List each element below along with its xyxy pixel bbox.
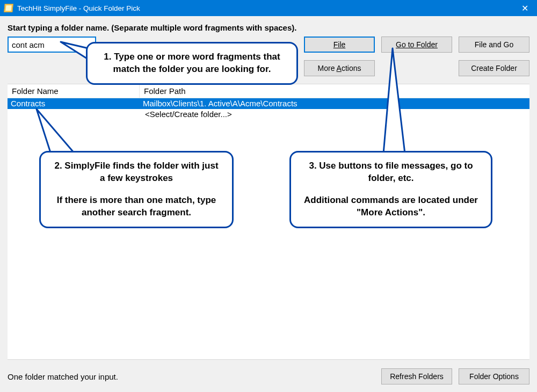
callout-1-text: 1. Type one or more word fragments that … [98, 51, 286, 76]
callout-2a-text: 2. SimplyFile finds the folder with just… [52, 160, 221, 185]
content-area: Start typing a folder name. (Separate mu… [0, 16, 537, 392]
titlebar: TechHit SimplyFile - Quick Folder Pick ✕ [0, 0, 537, 16]
app-icon [4, 4, 13, 12]
callout-1: 1. Type one or more word fragments that … [86, 42, 298, 85]
callout-2b-text: If there is more than one match, type an… [52, 194, 221, 219]
app-window: TechHit SimplyFile - Quick Folder Pick ✕… [0, 0, 537, 392]
callout-2: 2. SimplyFile finds the folder with just… [39, 151, 234, 228]
svg-marker-2 [37, 109, 75, 154]
callout-3a-text: 3. Use buttons to file messages, go to f… [302, 160, 480, 185]
window-title: TechHit SimplyFile - Quick Folder Pick [17, 4, 512, 12]
svg-marker-4 [383, 48, 405, 154]
callout-3b-text: Additional commands are located under "M… [302, 194, 480, 219]
close-icon[interactable]: ✕ [512, 0, 537, 16]
callout-3: 3. Use buttons to file messages, go to f… [289, 151, 492, 228]
